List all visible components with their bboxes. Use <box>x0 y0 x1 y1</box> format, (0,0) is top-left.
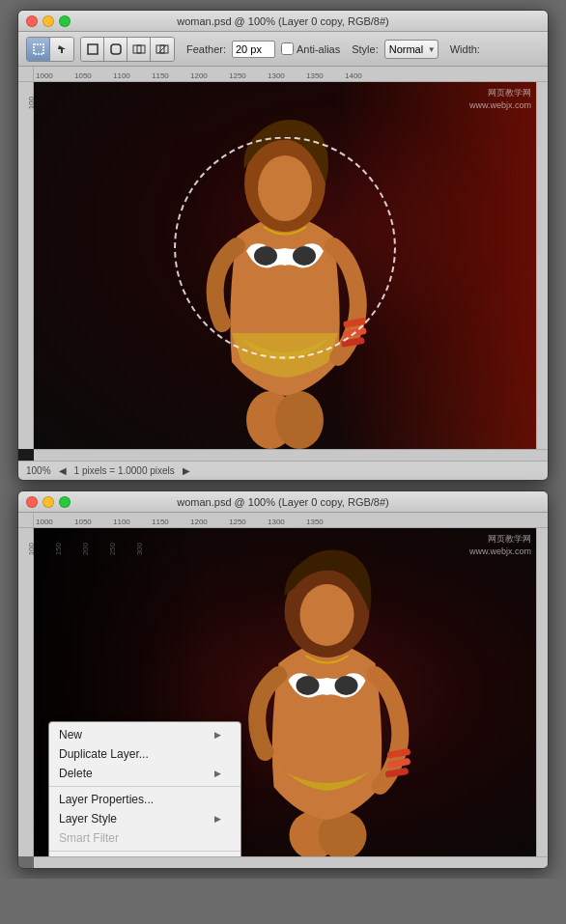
rect-shape-icon <box>86 42 99 56</box>
hscrollbar-2[interactable] <box>34 856 548 868</box>
svg-rect-0 <box>34 44 43 54</box>
ruler-horizontal-2: 1000 1050 1100 1150 1200 1250 1300 1350 <box>34 513 548 528</box>
antialias-checkbox[interactable] <box>281 42 294 55</box>
intersect-btn[interactable] <box>127 38 151 61</box>
ruler-numbers-2: 1000 1050 1100 1150 1200 1250 1300 1350 <box>34 513 548 527</box>
rect-shape-btn[interactable] <box>81 38 104 61</box>
r2-num-6: 1300 <box>266 518 304 526</box>
ruler-num-0: 1000 <box>34 71 72 80</box>
context-menu: New ▶ Duplicate Layer... Delete ▶ Layer … <box>48 721 241 856</box>
window-title-2: woman.psd @ 100% (Layer 0 copy, RGB/8#) <box>177 496 388 508</box>
marquee-tool-btn[interactable] <box>27 38 50 61</box>
ruler-num-3: 1150 <box>150 71 188 80</box>
menu-label-smartfilter: Smart Filter <box>59 831 119 845</box>
svg-rect-2 <box>88 44 98 54</box>
nav-prev[interactable]: ◀ <box>59 465 67 476</box>
maximize-button-1[interactable] <box>59 15 71 27</box>
doc-info: 1 pixels = 1.0000 pixels <box>74 465 175 476</box>
watermark-1: 网页教学网 www.webjx.com <box>469 87 531 111</box>
close-button-1[interactable] <box>26 15 38 27</box>
maximize-button-2[interactable] <box>59 496 71 508</box>
scroll-area-1: 100 150 200 250 300 350 <box>18 82 548 449</box>
menu-label-properties: Layer Properties... <box>59 793 154 806</box>
menu-arrow-delete: ▶ <box>214 769 221 778</box>
hscrollbar-1[interactable] <box>34 449 548 461</box>
menu-item-properties[interactable]: Layer Properties... <box>49 790 241 809</box>
ruler-num-6: 1300 <box>266 71 304 80</box>
menu-label-style: Layer Style <box>59 812 117 826</box>
menu-item-filllayer[interactable]: New Fill Layer <box>49 854 241 856</box>
window-1: woman.psd @ 100% (Layer 0 copy, RGB/8#) <box>17 10 549 481</box>
width-label: Width: <box>450 43 480 55</box>
close-button-2[interactable] <box>26 496 38 508</box>
marquee-icon <box>32 42 45 56</box>
feather-label: Feather: <box>186 43 226 55</box>
style-select[interactable]: Normal <box>384 40 439 59</box>
v-ruler-labels-1: 100 150 200 250 300 350 <box>18 92 33 114</box>
ruler-num-4: 1200 <box>188 71 227 80</box>
menu-item-duplicate[interactable]: Duplicate Layer... <box>49 744 241 764</box>
ruler-vertical-1: 100 150 200 250 300 350 <box>18 82 34 449</box>
r2-num-0: 1000 <box>34 518 72 526</box>
tool-group-marquee <box>26 37 74 62</box>
minimize-button-1[interactable] <box>42 15 54 27</box>
window-title-1: woman.psd @ 100% (Layer 0 copy, RGB/8#) <box>177 15 388 27</box>
tool-group-shape <box>80 37 175 62</box>
r2-num-4: 1200 <box>188 518 227 526</box>
svg-point-22 <box>335 676 358 695</box>
menu-arrow-new: ▶ <box>214 730 221 740</box>
ruler-num-8: 1400 <box>343 71 382 80</box>
roundrect-icon <box>109 42 123 56</box>
photo-canvas-1[interactable]: 网页教学网 www.webjx.com <box>34 82 536 449</box>
top-ruler-area-1: 1000 1050 1100 1150 1200 1250 1300 1350 … <box>18 67 548 82</box>
svg-line-8 <box>158 45 166 53</box>
ruler-num-1: 1050 <box>72 71 111 80</box>
arrow-tool-btn[interactable] <box>50 38 73 61</box>
nav-next[interactable]: ▶ <box>183 465 190 476</box>
titlebar-1: woman.psd @ 100% (Layer 0 copy, RGB/8#) <box>18 11 548 32</box>
traffic-lights-2 <box>26 496 71 508</box>
toolbar-1: Feather: Anti-alias Style: Normal Width: <box>18 32 548 67</box>
style-select-wrapper: Normal <box>384 40 439 59</box>
window-2: woman.psd @ 100% (Layer 0 copy, RGB/8#) … <box>17 490 549 869</box>
svg-point-10 <box>275 391 324 449</box>
menu-item-new[interactable]: New ▶ <box>49 725 241 744</box>
r2-num-2: 1100 <box>111 518 150 526</box>
feather-input[interactable] <box>232 41 275 58</box>
subtract-btn[interactable] <box>151 38 174 61</box>
scroll-area-2: 100 150 200 250 300 <box>18 528 548 856</box>
corner-square-2 <box>18 513 34 528</box>
vscrollbar-1[interactable] <box>536 82 548 449</box>
r2-num-5: 1250 <box>227 518 266 526</box>
titlebar-2: woman.psd @ 100% (Layer 0 copy, RGB/8#) <box>18 491 548 513</box>
statusbar-1: 100% ◀ 1 pixels = 1.0000 pixels ▶ <box>18 461 548 480</box>
vscrollbar-2[interactable] <box>536 528 548 856</box>
menu-label-new: New <box>59 728 82 742</box>
menu-item-style[interactable]: Layer Style ▶ <box>49 809 241 828</box>
ruler-num-2: 1100 <box>111 71 150 80</box>
arrow-icon <box>57 44 67 54</box>
antialias-checkbox-group: Anti-alias <box>281 42 340 55</box>
svg-point-28 <box>300 584 354 646</box>
traffic-lights-1 <box>26 15 71 27</box>
menu-arrow-style: ▶ <box>214 814 221 824</box>
selection-circle-1 <box>174 137 396 359</box>
intersect-icon <box>132 42 146 56</box>
r2-num-7: 1350 <box>304 518 343 526</box>
menu-item-delete[interactable]: Delete ▶ <box>49 764 241 783</box>
photo-canvas-2[interactable]: 网页教学网 www.webjx.com New ▶ Duplicate Laye… <box>34 528 536 856</box>
svg-marker-1 <box>58 45 66 53</box>
menu-label-duplicate: Duplicate Layer... <box>59 747 149 761</box>
ruler-num-7: 1350 <box>304 71 343 80</box>
v-ruler-labels-2: 100 150 200 250 300 <box>18 538 33 560</box>
menu-label-delete: Delete <box>59 767 93 780</box>
watermark-2: 网页教学网 www.webjx.com <box>469 533 531 557</box>
r2-num-3: 1150 <box>150 518 188 526</box>
ruler-horizontal-1: 1000 1050 1100 1150 1200 1250 1300 1350 … <box>34 67 548 82</box>
ruler-numbers-1: 1000 1050 1100 1150 1200 1250 1300 1350 … <box>34 67 548 81</box>
top-ruler-area-2: 1000 1050 1100 1150 1200 1250 1300 1350 <box>18 513 548 528</box>
menu-sep-2 <box>49 851 241 852</box>
roundrect-btn[interactable] <box>104 38 127 61</box>
minimize-button-2[interactable] <box>42 496 54 508</box>
zoom-level: 100% <box>26 465 51 476</box>
